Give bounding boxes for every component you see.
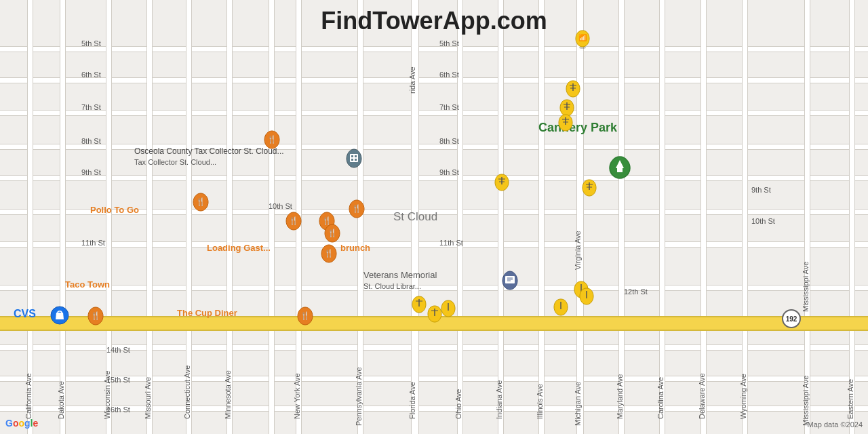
tower-pin-8[interactable] [427,305,442,324]
highway-badge-192: 192 [782,309,801,328]
label-florida-ave: Florida Ave [408,338,416,419]
tower-pin-12[interactable] [579,288,594,307]
tower-pin-1[interactable]: 📶 [575,30,590,49]
label-wyoming-ave: Wyoming Ave [739,338,747,419]
road-8th-st [0,144,868,150]
library-pin[interactable] [501,270,519,292]
svg-text:🍴: 🍴 [289,216,298,225]
svg-rect-35 [350,154,358,162]
food-pin-7[interactable]: 🍴 [321,244,337,264]
tower-pin-4[interactable] [558,114,573,133]
label-pollo-to-go: Pollo To Go [90,205,139,215]
food-pin-1[interactable]: 🍴 [264,130,280,151]
label-michigan-ave: Michigan Ave [574,338,582,426]
map-container: 5th St 5th St 6th St 6th St 7th St 7th S… [0,0,868,434]
label-mississippi-ave-bottom: Mississippi Ave [802,338,810,426]
svg-rect-37 [355,155,357,157]
tower-pin-7[interactable] [412,296,427,315]
svg-text:🍴: 🍴 [324,248,334,258]
road-15th-st [0,376,868,382]
label-9th-st-far: 9th St [751,186,771,194]
svg-text:📶: 📶 [578,33,587,42]
tower-pin-5[interactable] [494,174,509,193]
label-9th-st-right: 9th St [439,168,459,176]
label-illinois-ave: Illinois Ave [536,338,544,419]
label-osceola: Osceola County Tax Collector St. Cloud..… [134,146,243,167]
cvs-pin[interactable] [50,306,69,325]
road-unknown-ave1 [269,0,275,434]
food-pin-cup-diner[interactable]: 🍴 [297,307,313,327]
road-6th-st [0,77,868,83]
site-title: FindTowerApp.com [321,7,547,35]
label-11th-st-left: 11th St [81,239,105,247]
google-logo: Google [5,418,38,429]
label-taco-town: Taco Town [65,279,110,290]
road-11th-st [0,241,868,248]
label-8th-st-left: 8th St [81,137,101,145]
food-pin-3[interactable]: 🍴 [285,212,302,232]
tower-pin-10[interactable] [553,298,568,317]
label-9th-st-left: 9th St [81,168,101,176]
label-loading-gast: Loading Gast... [207,243,271,253]
label-carolina-ave: Carolina Ave [656,338,665,419]
road-7th-st [0,110,868,116]
building-pin[interactable] [345,148,363,170]
label-10th-st-mid: 10th St [269,202,292,210]
road-16th-st [0,406,868,412]
svg-rect-38 [351,159,353,161]
svg-rect-36 [351,155,353,157]
label-brunch: brunch [340,243,370,253]
road-14th-st [0,344,868,351]
label-florida-ave-top: rida Ave [408,39,416,94]
label-11th-st-right: 11th St [439,239,463,247]
label-12th-st: 12th St [624,288,648,296]
food-pin-5[interactable]: 🍴 [324,224,340,244]
label-7th-st-right: 7th St [439,103,459,111]
label-dakota-ave: Dakota Ave [57,338,65,419]
tower-pin-6[interactable] [582,179,597,198]
svg-text:🍴: 🍴 [267,134,277,144]
label-delaware-ave: Delaware Ave [698,338,706,419]
label-st-cloud: St Cloud [393,210,437,224]
label-eastern-ave: Eastern Ave [846,338,854,419]
park-pin[interactable] [608,155,632,180]
label-ohio-ave: Ohio Ave [454,338,462,419]
svg-text:🍴: 🍴 [328,228,337,237]
label-california-ave: California Ave [24,338,33,419]
food-pin-taco[interactable]: 🍴 [87,307,104,327]
label-cvs: CVS [14,308,36,320]
label-6th-st-left: 6th St [81,71,101,79]
label-5th-st-right: 5th St [439,39,459,47]
food-pin-6[interactable]: 🍴 [349,199,365,220]
label-missouri-ave: Missouri Ave [144,338,152,419]
label-wisconsin-ave: Wisconsin Ave [103,338,111,419]
label-virginia-ave: Virginia Ave [574,202,582,270]
label-minnesota-ave: Minnesota Ave [224,338,232,419]
label-cup-diner: The Cup Diner [177,308,237,318]
label-maryland-ave: Maryland Ave [616,338,624,419]
label-mississippi-ave-top: Mississippi Ave [802,0,810,312]
svg-text:🍴: 🍴 [91,311,100,320]
svg-text:🍴: 🍴 [300,311,310,320]
svg-text:🍴: 🍴 [352,203,361,213]
svg-text:🍴: 🍴 [196,197,205,206]
label-8th-st-right: 8th St [439,137,459,145]
map-attribution: Map data ©2024 [808,420,863,429]
label-connecticut-ave: Connecticut Ave [183,338,191,419]
label-indiana-ave: Indiana Ave [495,338,503,419]
label-new-york-ave: New York Ave [293,338,301,419]
label-7th-st-left: 7th St [81,103,101,111]
label-5th-st-left: 5th St [81,39,101,47]
label-veterans: Veterans Memorial St. Cloud Librar... [363,270,437,291]
road-9th-st [0,175,868,181]
label-6th-st-right: 6th St [439,71,459,79]
label-10th-st-far: 10th St [751,217,775,225]
tower-pin-2[interactable] [566,80,580,99]
tower-pin-9[interactable] [441,300,456,319]
food-pin-2[interactable]: 🍴 [193,193,209,213]
road-5th-st [0,46,868,52]
label-cannery-park: Cannery Park [538,121,617,135]
svg-rect-39 [355,159,357,161]
label-pennsylvania-ave: Pennsylvania Ave [355,338,363,426]
